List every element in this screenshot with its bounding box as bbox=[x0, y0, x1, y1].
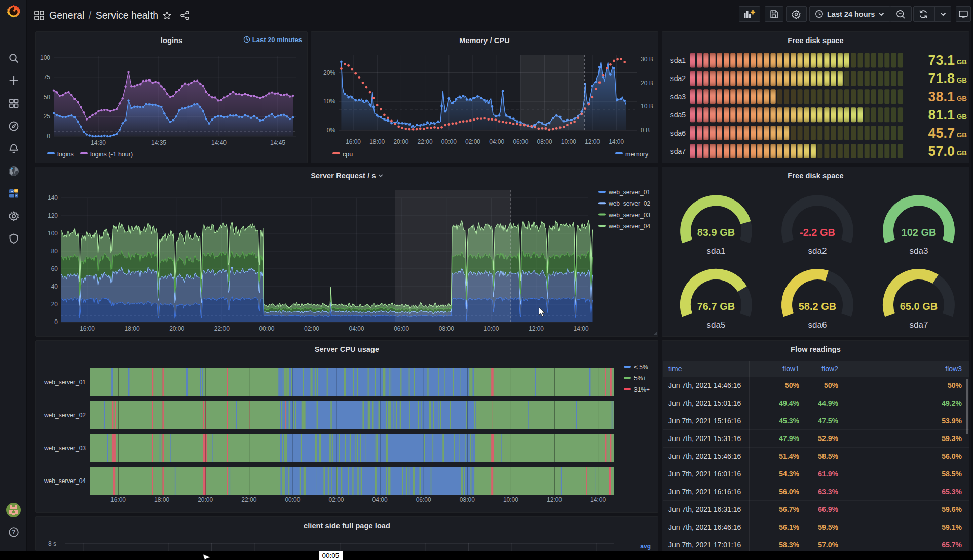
svg-text:sda1: sda1 bbox=[670, 56, 686, 64]
svg-text:10 B: 10 B bbox=[641, 103, 653, 110]
svg-text:00:00: 00:00 bbox=[259, 325, 274, 332]
svg-text:38.1: 38.1 bbox=[928, 89, 955, 104]
svg-text:06:00: 06:00 bbox=[394, 325, 409, 332]
svg-text:sda3: sda3 bbox=[910, 246, 928, 256]
svg-text:06:00: 06:00 bbox=[513, 138, 528, 145]
svg-text:web_server_03: web_server_03 bbox=[44, 445, 86, 452]
svg-text:GB: GB bbox=[957, 58, 967, 66]
svg-text:0: 0 bbox=[47, 133, 50, 140]
svg-text:45.7: 45.7 bbox=[928, 126, 955, 141]
svg-text:avg: avg bbox=[640, 543, 651, 550]
svg-text:14:45: 14:45 bbox=[270, 139, 285, 146]
svg-text:10:00: 10:00 bbox=[503, 496, 518, 503]
svg-text:GB: GB bbox=[957, 76, 967, 84]
svg-text:73.1: 73.1 bbox=[928, 53, 955, 68]
svg-text:20 B: 20 B bbox=[641, 79, 653, 87]
svg-text:sda1: sda1 bbox=[707, 246, 726, 256]
svg-text:65.0 GB: 65.0 GB bbox=[900, 301, 938, 312]
svg-text:08:00: 08:00 bbox=[537, 138, 552, 145]
svg-text:10%: 10% bbox=[323, 98, 335, 105]
svg-text:08:00: 08:00 bbox=[439, 325, 454, 332]
svg-text:sda6: sda6 bbox=[670, 129, 686, 137]
svg-text:02:00: 02:00 bbox=[465, 138, 480, 145]
svg-text:8 s: 8 s bbox=[48, 540, 56, 547]
svg-text:cpu: cpu bbox=[343, 151, 353, 158]
svg-text:18:00: 18:00 bbox=[369, 138, 385, 145]
svg-text:GB: GB bbox=[957, 131, 967, 139]
svg-text:memory: memory bbox=[625, 151, 649, 158]
svg-text:20:00: 20:00 bbox=[169, 325, 184, 332]
svg-text:22:00: 22:00 bbox=[241, 496, 256, 503]
svg-text:76.7 GB: 76.7 GB bbox=[697, 301, 735, 312]
svg-text:140: 140 bbox=[48, 194, 58, 202]
svg-text:22:00: 22:00 bbox=[418, 138, 433, 145]
svg-text:logins: logins bbox=[57, 151, 74, 158]
svg-text:31%+: 31%+ bbox=[634, 386, 650, 393]
svg-text:16:00: 16:00 bbox=[80, 325, 95, 332]
svg-text:00:00: 00:00 bbox=[285, 496, 300, 503]
svg-text:14:00: 14:00 bbox=[574, 325, 589, 332]
svg-text:sda2: sda2 bbox=[808, 246, 827, 256]
svg-text:08:00: 08:00 bbox=[460, 496, 475, 503]
svg-text:14:30: 14:30 bbox=[91, 139, 106, 146]
svg-text:16:00: 16:00 bbox=[346, 138, 361, 145]
svg-text:22:00: 22:00 bbox=[214, 325, 230, 332]
svg-text:5%+: 5%+ bbox=[634, 375, 646, 382]
svg-text:120: 120 bbox=[48, 212, 58, 219]
svg-text:14:40: 14:40 bbox=[211, 139, 227, 146]
svg-text:web_server_02: web_server_02 bbox=[608, 200, 650, 207]
svg-text:GB: GB bbox=[957, 149, 967, 157]
svg-text:20:00: 20:00 bbox=[198, 496, 213, 503]
svg-text:14:35: 14:35 bbox=[151, 139, 166, 146]
svg-text:GB: GB bbox=[957, 113, 967, 121]
svg-text:web_server_01: web_server_01 bbox=[608, 189, 650, 196]
svg-text:web_server_04: web_server_04 bbox=[44, 477, 86, 485]
svg-text:04:00: 04:00 bbox=[372, 496, 388, 503]
svg-text:20: 20 bbox=[51, 301, 58, 308]
svg-text:60: 60 bbox=[51, 265, 58, 272]
svg-text:20%: 20% bbox=[323, 69, 335, 76]
svg-text:75: 75 bbox=[44, 74, 51, 81]
svg-text:80: 80 bbox=[51, 248, 58, 255]
svg-text:12:00: 12:00 bbox=[585, 138, 600, 145]
svg-text:18:00: 18:00 bbox=[125, 325, 140, 332]
svg-text:57.0: 57.0 bbox=[928, 144, 955, 159]
svg-text:< 5%: < 5% bbox=[634, 364, 648, 371]
svg-text:sda3: sda3 bbox=[670, 93, 686, 101]
svg-text:10:00: 10:00 bbox=[561, 138, 576, 145]
svg-text:web_server_03: web_server_03 bbox=[608, 212, 650, 219]
svg-text:100: 100 bbox=[40, 54, 50, 61]
svg-text:web_server_04: web_server_04 bbox=[608, 223, 650, 230]
svg-text:20:00: 20:00 bbox=[393, 138, 408, 145]
svg-text:sda2: sda2 bbox=[670, 74, 686, 83]
svg-text:25: 25 bbox=[44, 113, 51, 120]
svg-text:16:00: 16:00 bbox=[110, 496, 126, 503]
svg-text:0 B: 0 B bbox=[641, 127, 650, 134]
svg-text:0: 0 bbox=[54, 318, 58, 326]
svg-text:18:00: 18:00 bbox=[154, 496, 169, 503]
svg-text:GB: GB bbox=[957, 95, 967, 102]
svg-text:100: 100 bbox=[48, 230, 58, 237]
svg-text:sda5: sda5 bbox=[707, 320, 726, 330]
svg-text:14:00: 14:00 bbox=[590, 496, 606, 503]
svg-text:sda7: sda7 bbox=[910, 320, 928, 330]
svg-text:12:00: 12:00 bbox=[529, 325, 544, 332]
svg-text:14:00: 14:00 bbox=[609, 138, 624, 145]
svg-text:12:00: 12:00 bbox=[547, 496, 562, 503]
svg-text:02:00: 02:00 bbox=[304, 325, 319, 332]
svg-text:02:00: 02:00 bbox=[328, 496, 344, 503]
svg-text:58.2 GB: 58.2 GB bbox=[799, 301, 836, 312]
svg-text:0%: 0% bbox=[327, 127, 336, 134]
svg-text:?: ? bbox=[12, 529, 15, 536]
svg-text:04:00: 04:00 bbox=[489, 138, 504, 145]
svg-text:40: 40 bbox=[51, 283, 58, 290]
svg-text:-2.2 GB: -2.2 GB bbox=[800, 227, 835, 238]
svg-text:83.9 GB: 83.9 GB bbox=[697, 227, 735, 238]
svg-text:06:00: 06:00 bbox=[416, 496, 431, 503]
svg-text:logins (-1 hour): logins (-1 hour) bbox=[90, 151, 133, 158]
svg-text:10:00: 10:00 bbox=[483, 325, 499, 332]
svg-text:sda6: sda6 bbox=[808, 320, 827, 330]
svg-text:81.1: 81.1 bbox=[928, 107, 955, 123]
svg-text:04:00: 04:00 bbox=[349, 325, 364, 332]
svg-text:50: 50 bbox=[44, 94, 51, 101]
